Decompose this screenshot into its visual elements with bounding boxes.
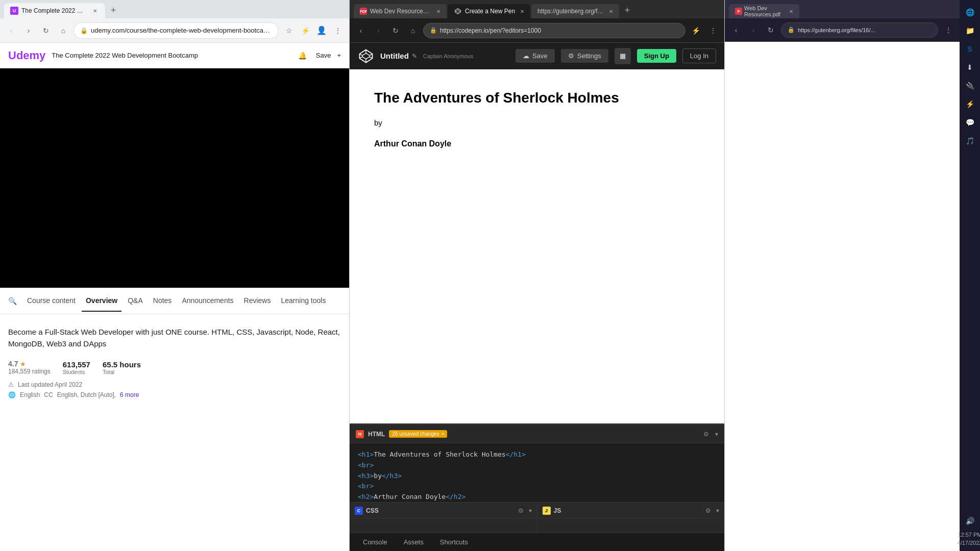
extensions-icon[interactable]: ⚡ [298, 23, 312, 38]
preview-area: The Adventures of Sherlock Holmes by Art… [350, 69, 724, 423]
windows-icon-7[interactable]: 💬 [962, 114, 978, 131]
tab-codepen-close[interactable]: ✕ [520, 9, 524, 14]
right-menu-button[interactable]: ⋮ [706, 23, 720, 38]
right-address-url: https://codepen.io/pen/?editors=1000 [440, 27, 541, 34]
tab-gutenberg[interactable]: https://gutenberg.org/files/16/... ✕ [531, 4, 619, 18]
tab-udemy-close[interactable]: ✕ [91, 7, 99, 15]
last-updated-row: ⚠ Last updated April 2022 [8, 381, 341, 388]
js-expand-icon[interactable]: ▾ [716, 507, 719, 514]
windows-icon-3[interactable]: S [962, 41, 978, 57]
tab-pdf[interactable]: PDF Web Dev Resources.pdf ✕ [354, 4, 447, 18]
codepen-settings-button[interactable]: ⚙ Settings [561, 49, 608, 63]
codepen-editor-panel: H HTML 26 unsaved changes × ⚙ ▾ <h1>The … [350, 423, 724, 551]
calendar-icon: ⚠ [8, 381, 14, 388]
save-label[interactable]: Save [316, 52, 331, 59]
right-reload-button[interactable]: ↻ [388, 23, 403, 38]
new-tab-button[interactable]: + [106, 3, 120, 17]
edge-content [725, 42, 960, 551]
code-editor[interactable]: <h1>The Adventures of Sherlock Holmes</h… [350, 443, 724, 502]
back-button[interactable]: ‹ [4, 23, 18, 38]
reload-button[interactable]: ↻ [39, 23, 53, 38]
udemy-header-right: 🔔 Save + [296, 48, 341, 63]
html-lang-label: HTML [368, 431, 385, 438]
codepen-layout-button[interactable]: ▦ [615, 48, 631, 64]
codepen-login-button[interactable]: Log In [682, 48, 716, 63]
code-line-5: <h2>Arthur Conan Doyle</h2> [358, 492, 716, 502]
tab-qa[interactable]: Q&A [124, 290, 147, 312]
left-browser-window: U The Complete 2022 Web Develo... ✕ + ‹ … [0, 0, 350, 551]
windows-icon-speaker[interactable]: 🔊 [962, 513, 978, 529]
pen-title-area: Untitled ✎ [380, 52, 417, 60]
alarm-icon[interactable]: 🔔 [296, 48, 310, 63]
address-input[interactable]: 🔒 udemy.com/course/the-complete-web-deve… [74, 22, 279, 39]
tab-announcements[interactable]: Announcements [178, 290, 237, 312]
tab-udemy-label: The Complete 2022 Web Develo... [21, 7, 88, 14]
forward-button[interactable]: › [21, 23, 36, 38]
tab-gutenberg-close[interactable]: ✕ [609, 9, 613, 14]
windows-icon-2[interactable]: 📁 [962, 22, 978, 39]
css-settings-icon[interactable]: ⚙ [518, 507, 524, 514]
edge-tab-pdf[interactable]: P Web Dev Resources.pdf ✕ [729, 4, 799, 18]
edge-address-box[interactable]: 🔒 https://gutenberg.org/files/16/... [781, 22, 938, 38]
tab-gutenberg-label: https://gutenberg.org/files/16/... [537, 8, 604, 15]
tab-reviews[interactable]: Reviews [240, 290, 275, 312]
course-title-header: The Complete 2022 Web Development Bootca… [52, 52, 289, 59]
preview-title: The Adventures of Sherlock Holmes [374, 90, 700, 106]
plus-button[interactable]: + [337, 52, 341, 59]
edge-more[interactable]: ⋮ [941, 23, 955, 37]
console-tab[interactable]: Console [356, 536, 395, 548]
new-tab-right-button[interactable]: + [620, 3, 634, 17]
tab-codepen[interactable]: Create a New Pen ✕ [448, 4, 530, 18]
codepen-signup-button[interactable]: Sign Up [637, 49, 676, 63]
menu-button[interactable]: ⋮ [331, 23, 345, 38]
udemy-logo[interactable]: Udemy [8, 49, 45, 62]
settings-icon[interactable]: ⚙ [703, 431, 709, 438]
windows-icon-5[interactable]: 🔌 [962, 78, 978, 94]
html-editor-header: H HTML 26 unsaved changes × ⚙ ▾ [350, 425, 724, 443]
codepen-save-button[interactable]: ☁ Save [516, 49, 555, 63]
right-extensions-button[interactable]: ⚡ [689, 23, 703, 38]
star-icon: ★ [20, 360, 26, 368]
tab-pdf-close[interactable]: ✕ [436, 9, 440, 14]
js-settings-icon[interactable]: ⚙ [705, 507, 711, 514]
expand-icon[interactable]: ▾ [715, 431, 718, 438]
assets-tab[interactable]: Assets [397, 536, 431, 548]
tab-learning-tools[interactable]: Learning tools [277, 290, 330, 312]
unsaved-close-icon[interactable]: × [442, 431, 445, 437]
tab-course-content[interactable]: Course content [23, 290, 80, 312]
right-lock-icon: 🔒 [430, 27, 437, 34]
js-lang-label: JS [554, 507, 561, 514]
edge-forward[interactable]: › [746, 23, 761, 37]
edge-reload[interactable]: ↻ [764, 23, 778, 37]
more-link[interactable]: 6 more [120, 391, 139, 398]
windows-icon-4[interactable]: ⬇ [962, 59, 978, 76]
windows-icon-8[interactable]: 🎵 [962, 133, 978, 149]
right-back-button[interactable]: ‹ [354, 23, 368, 38]
course-search-icon[interactable]: 🔍 [8, 297, 17, 305]
css-expand-icon[interactable]: ▾ [529, 507, 532, 514]
js-editor-header: J JS ⚙ ▾ [537, 503, 725, 519]
right-home-button[interactable]: ⌂ [406, 23, 420, 38]
home-button[interactable]: ⌂ [56, 23, 70, 38]
js-badge: J [543, 507, 551, 515]
right-forward-button[interactable]: › [371, 23, 385, 38]
course-content-area: Become a Full-Stack Web Developer with j… [0, 314, 349, 551]
tab-udemy[interactable]: U The Complete 2022 Web Develo... ✕ [4, 3, 105, 18]
windows-icon-1[interactable]: 🌐 [962, 4, 978, 20]
tab-overview[interactable]: Overview [82, 290, 121, 312]
bookmark-icon[interactable]: ☆ [282, 23, 296, 38]
edge-url: https://gutenberg.org/files/16/... [798, 27, 875, 33]
right-address-input[interactable]: 🔒 https://codepen.io/pen/?editors=1000 [423, 23, 685, 38]
captions: English, Dutch [Auto], [57, 391, 116, 398]
hours-block: 65.5 hours Total [103, 360, 141, 375]
clock-time: 12:57 PM [958, 531, 980, 539]
pen-edit-icon[interactable]: ✎ [412, 53, 417, 60]
edge-back[interactable]: ‹ [729, 23, 743, 37]
tab-notes[interactable]: Notes [149, 290, 176, 312]
windows-icon-6[interactable]: ⚡ [962, 96, 978, 112]
profile-icon[interactable]: 👤 [314, 23, 329, 38]
lock-icon: 🔒 [80, 27, 88, 34]
css-editor-header: C CSS ⚙ ▾ [350, 503, 537, 519]
edge-tab-close[interactable]: ✕ [789, 9, 793, 14]
shortcuts-tab[interactable]: Shortcuts [433, 536, 475, 548]
